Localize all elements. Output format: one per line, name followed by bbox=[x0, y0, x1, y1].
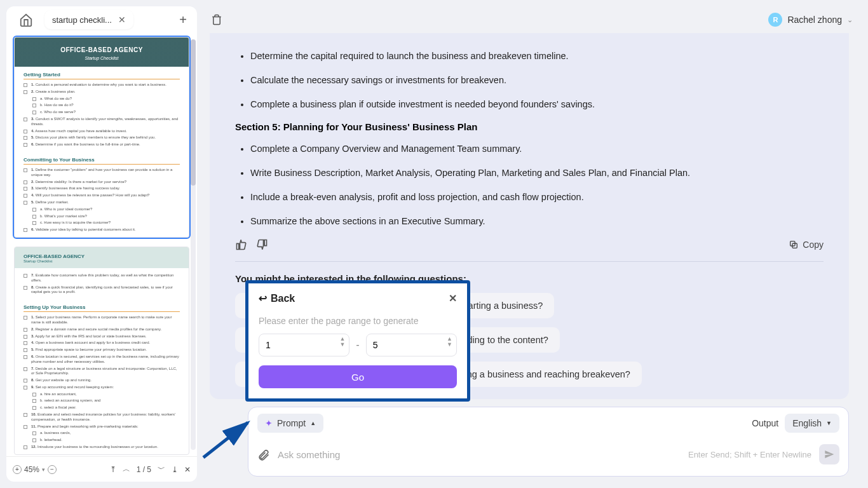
avatar: R bbox=[768, 13, 782, 27]
svg-line-2 bbox=[203, 423, 248, 458]
range-dash: - bbox=[356, 339, 359, 351]
prompt-input[interactable] bbox=[278, 449, 681, 460]
user-menu[interactable]: R Rachel zhong ⌄ bbox=[768, 13, 853, 27]
page-range-popup: ↩ Back ✕ Please enter the page range to … bbox=[245, 280, 470, 402]
step-down-icon[interactable]: ▼ bbox=[339, 342, 345, 348]
range-from-input[interactable]: ▲▼ bbox=[259, 334, 349, 356]
home-icon[interactable] bbox=[19, 13, 33, 27]
output-label: Output bbox=[752, 418, 778, 428]
next-page-icon[interactable]: ﹀ bbox=[158, 464, 165, 475]
send-icon bbox=[824, 449, 834, 459]
thumbs-up-icon[interactable] bbox=[235, 238, 248, 251]
close-icon[interactable]: ✕ bbox=[118, 15, 126, 25]
popup-hint: Please enter the page range to generate bbox=[259, 316, 457, 326]
annotation-arrow bbox=[197, 419, 261, 464]
prompt-menu[interactable]: ✦ Prompt ▲ bbox=[257, 414, 323, 433]
summary-list-a: Determine the capital required to launch… bbox=[235, 50, 824, 111]
go-button[interactable]: Go bbox=[259, 365, 457, 388]
trash-icon[interactable] bbox=[211, 14, 222, 25]
zoom-in-icon[interactable]: + bbox=[13, 465, 22, 474]
chevron-down-icon: ▼ bbox=[826, 420, 832, 426]
sidebar-footer: + 45% ▾ − ⤒ ︿ 1 / 5 ﹀ ⤓ ✕ bbox=[6, 456, 197, 482]
add-tab-icon[interactable]: + bbox=[179, 13, 191, 27]
chevron-up-icon: ▲ bbox=[310, 420, 316, 426]
send-button[interactable] bbox=[819, 444, 839, 464]
last-page-icon[interactable]: ⤓ bbox=[172, 465, 178, 474]
close-panel-icon[interactable]: ✕ bbox=[184, 465, 191, 474]
copy-button[interactable]: Copy bbox=[789, 240, 824, 250]
sparkle-icon: ✦ bbox=[265, 418, 273, 428]
copy-icon bbox=[789, 240, 799, 250]
page-indicator: 1 / 5 bbox=[137, 465, 151, 474]
user-name: Rachel zhong bbox=[787, 15, 842, 25]
back-button[interactable]: ↩ Back bbox=[259, 292, 295, 304]
thumbnails-list: OFFICE-BASED AGENCY Startup Checklist Ge… bbox=[6, 33, 197, 456]
pdf-thumbnail-sidebar: startup checkli... ✕ + OFFICE-BASED AGEN… bbox=[6, 6, 197, 482]
summary-list-b: Complete a Company Overview and Manageme… bbox=[235, 142, 824, 228]
page-thumbnail-1[interactable]: OFFICE-BASED AGENCY Startup Checklist Ge… bbox=[14, 37, 189, 238]
prompt-area: ✦ Prompt ▲ Output English ▼ Enter Send; … bbox=[248, 407, 849, 477]
thumbs-down-icon[interactable] bbox=[255, 238, 268, 251]
chevron-down-icon: ⌄ bbox=[847, 16, 853, 24]
sidebar-scrollbar[interactable] bbox=[191, 39, 196, 450]
page-thumbnail-2[interactable]: OFFICE-BASED AGENCY Startup Checklist 7.… bbox=[14, 247, 189, 455]
step-down-icon[interactable]: ▼ bbox=[447, 342, 452, 348]
file-tab-title: startup checkli... bbox=[52, 15, 112, 25]
section-title: Section 5: Planning for Your Business' B… bbox=[235, 121, 824, 132]
first-page-icon[interactable]: ⤒ bbox=[110, 465, 116, 474]
back-arrow-icon: ↩ bbox=[259, 292, 267, 304]
zoom-level: 45% bbox=[24, 465, 39, 474]
file-tab[interactable]: startup checkli... ✕ bbox=[44, 10, 133, 29]
language-select[interactable]: English ▼ bbox=[785, 414, 839, 433]
prev-page-icon[interactable]: ︿ bbox=[123, 464, 130, 475]
close-icon[interactable]: ✕ bbox=[449, 292, 457, 304]
range-to-input[interactable]: ▲▼ bbox=[366, 334, 457, 356]
zoom-out-icon[interactable]: − bbox=[48, 465, 57, 474]
content-toolbar: R Rachel zhong ⌄ bbox=[202, 6, 862, 33]
input-hint: Enter Send; Shift + Enter Newline bbox=[688, 450, 811, 459]
